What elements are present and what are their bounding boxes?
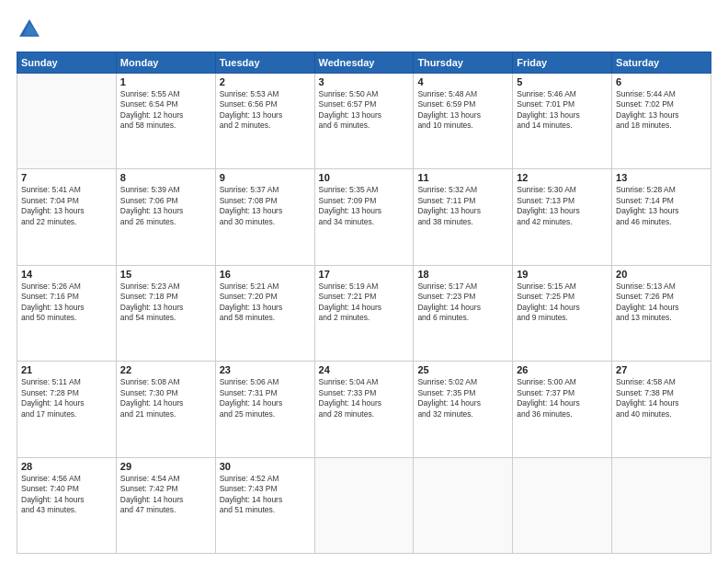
day-info: Sunrise: 5:08 AM Sunset: 7:30 PM Dayligh… — [120, 377, 211, 419]
day-number: 6 — [616, 76, 707, 87]
calendar-cell — [17, 74, 117, 169]
day-number: 26 — [517, 364, 608, 375]
logo-icon — [17, 17, 42, 42]
week-row-5: 28Sunrise: 4:56 AM Sunset: 7:40 PM Dayli… — [17, 457, 711, 553]
calendar-cell — [314, 457, 414, 553]
day-info: Sunrise: 5:23 AM Sunset: 7:18 PM Dayligh… — [120, 282, 211, 324]
calendar-cell: 9Sunrise: 5:37 AM Sunset: 7:08 PM Daylig… — [215, 169, 314, 265]
day-number: 27 — [616, 364, 707, 375]
day-info: Sunrise: 5:02 AM Sunset: 7:35 PM Dayligh… — [417, 377, 508, 419]
day-info: Sunrise: 5:48 AM Sunset: 6:59 PM Dayligh… — [417, 89, 508, 132]
calendar-cell: 11Sunrise: 5:32 AM Sunset: 7:11 PM Dayli… — [414, 169, 513, 265]
day-info: Sunrise: 5:13 AM Sunset: 7:26 PM Dayligh… — [616, 282, 707, 324]
weekday-monday: Monday — [116, 52, 215, 74]
day-info: Sunrise: 5:32 AM Sunset: 7:11 PM Dayligh… — [417, 185, 508, 227]
calendar-cell: 25Sunrise: 5:02 AM Sunset: 7:35 PM Dayli… — [414, 362, 513, 457]
calendar-cell: 22Sunrise: 5:08 AM Sunset: 7:30 PM Dayli… — [116, 362, 215, 457]
calendar-cell: 8Sunrise: 5:39 AM Sunset: 7:06 PM Daylig… — [116, 169, 215, 265]
calendar-cell: 2Sunrise: 5:53 AM Sunset: 6:56 PM Daylig… — [215, 74, 314, 169]
weekday-tuesday: Tuesday — [215, 52, 314, 74]
day-number: 20 — [616, 269, 707, 280]
calendar-cell: 18Sunrise: 5:17 AM Sunset: 7:23 PM Dayli… — [414, 265, 513, 361]
day-info: Sunrise: 5:21 AM Sunset: 7:20 PM Dayligh… — [220, 282, 311, 324]
day-number: 7 — [21, 172, 112, 183]
day-number: 13 — [616, 172, 707, 183]
day-info: Sunrise: 5:28 AM Sunset: 7:14 PM Dayligh… — [616, 185, 707, 227]
calendar-cell — [513, 457, 612, 553]
day-number: 1 — [120, 76, 211, 87]
day-number: 21 — [21, 364, 112, 375]
day-number: 19 — [517, 269, 608, 280]
weekday-friday: Friday — [513, 52, 612, 74]
day-number: 25 — [417, 364, 508, 375]
day-info: Sunrise: 5:00 AM Sunset: 7:37 PM Dayligh… — [517, 377, 608, 419]
header — [17, 17, 711, 42]
day-number: 30 — [220, 461, 311, 472]
calendar-cell: 12Sunrise: 5:30 AM Sunset: 7:13 PM Dayli… — [513, 169, 612, 265]
day-number: 22 — [120, 364, 211, 375]
day-info: Sunrise: 5:55 AM Sunset: 6:54 PM Dayligh… — [120, 89, 211, 132]
day-number: 12 — [517, 172, 608, 183]
day-number: 28 — [21, 461, 112, 472]
calendar-cell: 3Sunrise: 5:50 AM Sunset: 6:57 PM Daylig… — [314, 74, 414, 169]
calendar-cell: 28Sunrise: 4:56 AM Sunset: 7:40 PM Dayli… — [17, 457, 117, 553]
calendar-cell: 21Sunrise: 5:11 AM Sunset: 7:28 PM Dayli… — [17, 362, 117, 457]
calendar-cell: 20Sunrise: 5:13 AM Sunset: 7:26 PM Dayli… — [612, 265, 711, 361]
day-info: Sunrise: 5:15 AM Sunset: 7:25 PM Dayligh… — [517, 282, 608, 324]
day-number: 14 — [21, 269, 112, 280]
day-number: 15 — [120, 269, 211, 280]
weekday-thursday: Thursday — [414, 52, 513, 74]
calendar-cell: 24Sunrise: 5:04 AM Sunset: 7:33 PM Dayli… — [314, 362, 414, 457]
day-number: 16 — [220, 269, 311, 280]
day-info: Sunrise: 4:56 AM Sunset: 7:40 PM Dayligh… — [21, 474, 112, 516]
day-info: Sunrise: 5:06 AM Sunset: 7:31 PM Dayligh… — [220, 377, 311, 419]
day-number: 18 — [417, 269, 508, 280]
day-info: Sunrise: 4:58 AM Sunset: 7:38 PM Dayligh… — [616, 377, 707, 419]
calendar-cell: 14Sunrise: 5:26 AM Sunset: 7:16 PM Dayli… — [17, 265, 117, 361]
calendar-cell — [612, 457, 711, 553]
logo — [17, 17, 46, 42]
calendar-cell: 6Sunrise: 5:44 AM Sunset: 7:02 PM Daylig… — [612, 74, 711, 169]
calendar-cell: 23Sunrise: 5:06 AM Sunset: 7:31 PM Dayli… — [215, 362, 314, 457]
day-info: Sunrise: 5:46 AM Sunset: 7:01 PM Dayligh… — [517, 89, 608, 132]
calendar-cell: 26Sunrise: 5:00 AM Sunset: 7:37 PM Dayli… — [513, 362, 612, 457]
day-number: 10 — [319, 172, 410, 183]
calendar-table: SundayMondayTuesdayWednesdayThursdayFrid… — [17, 52, 711, 554]
calendar-cell: 7Sunrise: 5:41 AM Sunset: 7:04 PM Daylig… — [17, 169, 117, 265]
day-number: 11 — [417, 172, 508, 183]
calendar-cell — [414, 457, 513, 553]
weekday-header-row: SundayMondayTuesdayWednesdayThursdayFrid… — [17, 52, 711, 74]
calendar-cell: 15Sunrise: 5:23 AM Sunset: 7:18 PM Dayli… — [116, 265, 215, 361]
day-info: Sunrise: 5:44 AM Sunset: 7:02 PM Dayligh… — [616, 89, 707, 132]
calendar-cell: 17Sunrise: 5:19 AM Sunset: 7:21 PM Dayli… — [314, 265, 414, 361]
day-number: 3 — [319, 76, 410, 87]
day-info: Sunrise: 5:11 AM Sunset: 7:28 PM Dayligh… — [21, 377, 112, 419]
week-row-2: 7Sunrise: 5:41 AM Sunset: 7:04 PM Daylig… — [17, 169, 711, 265]
weekday-sunday: Sunday — [17, 52, 117, 74]
day-info: Sunrise: 4:54 AM Sunset: 7:42 PM Dayligh… — [120, 474, 211, 516]
week-row-3: 14Sunrise: 5:26 AM Sunset: 7:16 PM Dayli… — [17, 265, 711, 361]
week-row-1: 1Sunrise: 5:55 AM Sunset: 6:54 PM Daylig… — [17, 74, 711, 169]
day-info: Sunrise: 4:52 AM Sunset: 7:43 PM Dayligh… — [220, 474, 311, 516]
weekday-saturday: Saturday — [612, 52, 711, 74]
day-number: 4 — [417, 76, 508, 87]
day-info: Sunrise: 5:26 AM Sunset: 7:16 PM Dayligh… — [21, 282, 112, 324]
calendar-cell: 13Sunrise: 5:28 AM Sunset: 7:14 PM Dayli… — [612, 169, 711, 265]
day-number: 24 — [319, 364, 410, 375]
calendar-cell: 1Sunrise: 5:55 AM Sunset: 6:54 PM Daylig… — [116, 74, 215, 169]
day-info: Sunrise: 5:41 AM Sunset: 7:04 PM Dayligh… — [21, 185, 112, 227]
day-info: Sunrise: 5:04 AM Sunset: 7:33 PM Dayligh… — [319, 377, 410, 419]
day-number: 5 — [517, 76, 608, 87]
day-info: Sunrise: 5:35 AM Sunset: 7:09 PM Dayligh… — [319, 185, 410, 227]
day-info: Sunrise: 5:17 AM Sunset: 7:23 PM Dayligh… — [417, 282, 508, 324]
day-number: 17 — [319, 269, 410, 280]
day-number: 2 — [220, 76, 311, 87]
day-number: 23 — [220, 364, 311, 375]
day-info: Sunrise: 5:53 AM Sunset: 6:56 PM Dayligh… — [220, 89, 311, 132]
day-number: 29 — [120, 461, 211, 472]
day-info: Sunrise: 5:50 AM Sunset: 6:57 PM Dayligh… — [319, 89, 410, 132]
day-info: Sunrise: 5:30 AM Sunset: 7:13 PM Dayligh… — [517, 185, 608, 227]
calendar-cell: 27Sunrise: 4:58 AM Sunset: 7:38 PM Dayli… — [612, 362, 711, 457]
day-info: Sunrise: 5:37 AM Sunset: 7:08 PM Dayligh… — [220, 185, 311, 227]
day-number: 9 — [220, 172, 311, 183]
